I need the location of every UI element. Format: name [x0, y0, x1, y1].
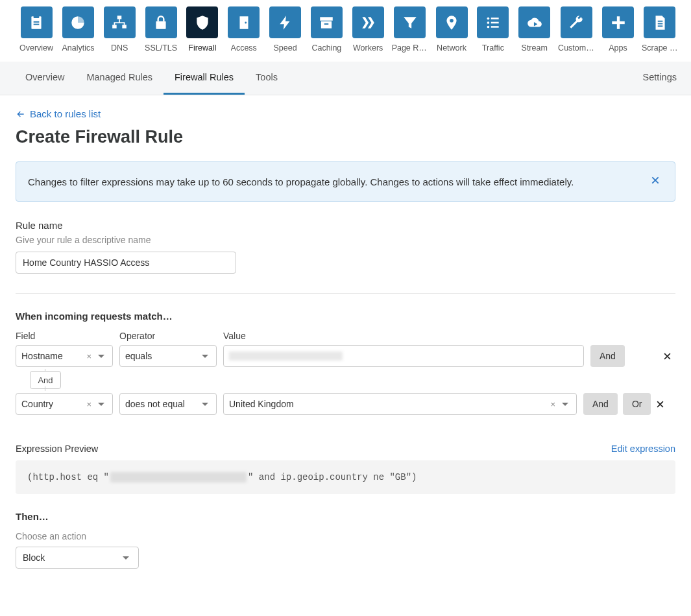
svg-rect-22 [658, 20, 663, 21]
chevron-down-icon [202, 403, 208, 406]
tab-managed-rules[interactable]: Managed Rules [75, 62, 164, 95]
nav-workers[interactable]: Workers [352, 6, 385, 53]
operator-select[interactable]: does not equal [119, 393, 217, 415]
expression-post: " and ip.geoip.country ne "GB") [248, 472, 417, 482]
nav-custompages[interactable]: Custom P… [559, 6, 593, 53]
info-banner: Changes to filter expressions may take u… [16, 161, 675, 202]
nav-traffic[interactable]: Traffic [476, 6, 509, 53]
redacted-value [229, 351, 343, 361]
nav-stream[interactable]: Stream [518, 6, 551, 53]
or-button[interactable]: Or [623, 393, 651, 415]
banner-close-button[interactable] [648, 172, 663, 191]
nav-label: Stream [522, 43, 548, 53]
tab-tools[interactable]: Tools [245, 62, 289, 95]
and-button[interactable]: And [583, 393, 618, 415]
plus-icon [602, 6, 634, 38]
nav-label: Overview [19, 43, 53, 53]
cloud-play-icon [518, 6, 550, 38]
svg-rect-5 [112, 25, 117, 28]
divider [16, 293, 675, 294]
clear-icon[interactable]: × [82, 351, 95, 361]
svg-rect-8 [239, 16, 248, 29]
and-button[interactable]: And [590, 345, 625, 367]
nav-label: Access [231, 43, 257, 53]
back-link-text: Back to rules list [30, 108, 101, 119]
operator-value: does not equal [125, 399, 199, 409]
expression-header: Expression Preview Edit expression [16, 444, 675, 454]
pie-chart-icon [62, 6, 94, 38]
workers-icon [352, 6, 384, 38]
condition-row: Hostname × equals And [16, 345, 675, 367]
nav-label: Scrape Shi… [642, 43, 678, 53]
expression-pre: (http.host eq " [27, 472, 109, 482]
tab-firewall-rules[interactable]: Firewall Rules [164, 62, 245, 95]
nav-label: SSL/TLS [145, 43, 177, 53]
then-hint: Choose an action [16, 531, 675, 541]
value-select[interactable]: United Kingdom × [223, 393, 577, 415]
field-value: Hostname [21, 351, 82, 361]
value-input[interactable] [223, 345, 584, 367]
pin-icon [436, 6, 468, 38]
chevron-down-icon [202, 355, 208, 358]
field-select[interactable]: Country × [16, 393, 113, 415]
action-select[interactable]: Block [16, 547, 139, 569]
nav-pagerules[interactable]: Page Rules [393, 6, 427, 53]
delete-row-button[interactable] [659, 348, 675, 364]
header-value: Value [223, 331, 584, 341]
header-operator: Operator [119, 331, 217, 341]
nav-label: Apps [609, 43, 627, 53]
svg-rect-17 [491, 21, 499, 23]
sitemap-icon [104, 6, 136, 38]
top-nav: Overview Analytics DNS SSL/TLS Firewall … [0, 0, 691, 53]
tab-settings[interactable]: Settings [632, 62, 677, 95]
nav-scrape[interactable]: Scrape Shi… [643, 6, 677, 53]
nav-firewall[interactable]: Firewall [186, 6, 219, 53]
value-text: United Kingdom [229, 399, 546, 409]
sub-tabs: Overview Managed Rules Firewall Rules To… [0, 62, 691, 95]
back-to-rules-link[interactable]: Back to rules list [16, 108, 101, 119]
svg-rect-21 [612, 21, 625, 23]
delete-row-button[interactable] [651, 396, 668, 412]
bolt-icon [269, 6, 301, 38]
nav-network[interactable]: Network [435, 6, 468, 53]
nav-access[interactable]: Access [227, 6, 260, 53]
svg-rect-12 [324, 23, 329, 25]
rule-name-label: Rule name [16, 220, 675, 231]
archive-icon [311, 6, 343, 38]
nav-apps[interactable]: Apps [601, 6, 635, 53]
svg-rect-7 [156, 21, 165, 29]
svg-point-9 [245, 21, 247, 23]
clipboard-icon [21, 6, 53, 38]
edit-expression-link[interactable]: Edit expression [611, 444, 675, 454]
nav-dns[interactable]: DNS [103, 6, 136, 53]
main-content: Back to rules list Create Firewall Rule … [0, 95, 691, 595]
connector-and-chip[interactable]: And [30, 371, 61, 389]
field-select[interactable]: Hostname × [16, 345, 113, 367]
nav-label: Workers [353, 43, 383, 53]
svg-rect-15 [491, 18, 499, 19]
nav-overview[interactable]: Overview [19, 6, 53, 53]
svg-rect-6 [123, 25, 127, 28]
svg-point-14 [487, 17, 489, 19]
tab-overview[interactable]: Overview [14, 62, 75, 95]
condition-headers: Field Operator Value [16, 331, 675, 341]
nav-caching[interactable]: Caching [310, 6, 343, 53]
chevron-down-icon [562, 403, 568, 406]
nav-speed[interactable]: Speed [269, 6, 302, 53]
clear-icon[interactable]: × [546, 399, 559, 409]
nav-ssl[interactable]: SSL/TLS [145, 6, 178, 53]
clear-icon[interactable]: × [82, 399, 95, 409]
operator-select[interactable]: equals [119, 345, 217, 367]
nav-label: Speed [273, 43, 297, 53]
nav-analytics[interactable]: Analytics [62, 6, 95, 53]
page-title: Create Firewall Rule [16, 127, 675, 147]
door-icon [228, 6, 260, 38]
header-field: Field [16, 331, 113, 341]
expression-title: Expression Preview [16, 444, 611, 454]
redacted-value [110, 472, 247, 482]
svg-rect-10 [321, 17, 333, 20]
svg-rect-2 [34, 21, 40, 22]
nav-label: Page Rules [392, 43, 428, 53]
rule-name-input[interactable] [16, 252, 236, 274]
rule-name-hint: Give your rule a descriptive name [16, 235, 675, 245]
